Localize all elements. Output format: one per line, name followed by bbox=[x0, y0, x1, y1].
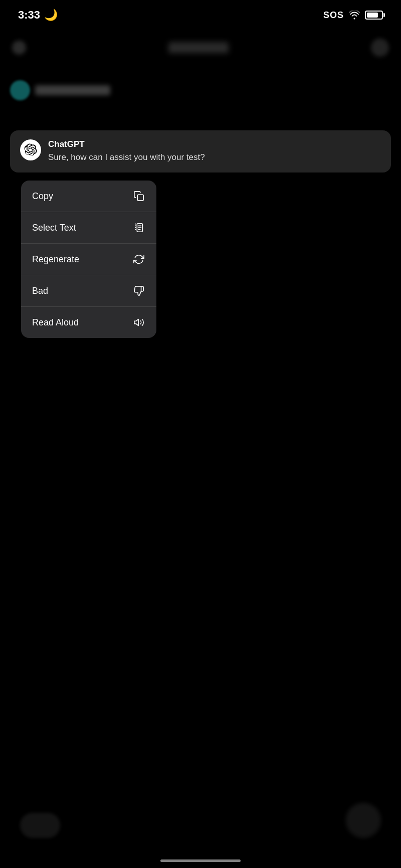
svg-marker-5 bbox=[134, 319, 138, 326]
message-area: ChatGPT Sure, how can I assist you with … bbox=[0, 120, 401, 183]
wifi-icon bbox=[349, 11, 360, 20]
sos-label: SOS bbox=[323, 10, 344, 21]
menu-item-bad[interactable]: Bad bbox=[21, 275, 156, 307]
menu-label-read-aloud: Read Aloud bbox=[32, 317, 79, 328]
bottom-blob-right bbox=[346, 803, 381, 838]
speaker-icon bbox=[132, 316, 145, 329]
menu-item-read-aloud[interactable]: Read Aloud bbox=[21, 307, 156, 338]
menu-item-regenerate[interactable]: Regenerate bbox=[21, 244, 156, 275]
thumbs-down-icon bbox=[132, 284, 145, 297]
context-menu: Copy Select Text Regenerate bbox=[21, 181, 156, 338]
copy-icon bbox=[132, 190, 145, 203]
battery-icon bbox=[365, 11, 383, 20]
avatar-name-blur bbox=[35, 85, 110, 95]
time-display: 3:33 bbox=[18, 9, 40, 22]
moon-icon: 🌙 bbox=[44, 9, 58, 22]
menu-label-bad: Bad bbox=[32, 286, 48, 296]
menu-label-copy: Copy bbox=[32, 191, 53, 202]
nav-back-icon bbox=[12, 41, 26, 55]
status-bar: 3:33 🌙 SOS bbox=[0, 0, 401, 30]
menu-item-select-text[interactable]: Select Text bbox=[21, 212, 156, 244]
message-bubble: ChatGPT Sure, how can I assist you with … bbox=[10, 130, 391, 172]
nav-action-icon bbox=[371, 39, 389, 57]
nav-title-blur bbox=[168, 42, 229, 53]
bottom-blob-left bbox=[20, 813, 60, 838]
user-avatar-area bbox=[10, 80, 110, 100]
battery-fill bbox=[367, 13, 378, 18]
message-content: ChatGPT Sure, how can I assist you with … bbox=[48, 139, 381, 163]
status-time: 3:33 🌙 bbox=[18, 9, 58, 22]
svg-rect-0 bbox=[137, 195, 143, 201]
status-right: SOS bbox=[323, 10, 383, 21]
nav-bar bbox=[0, 30, 401, 65]
menu-label-select-text: Select Text bbox=[32, 223, 76, 233]
avatar-dot bbox=[10, 80, 30, 100]
home-indicator[interactable] bbox=[160, 859, 241, 862]
chatgpt-logo bbox=[20, 139, 41, 160]
regenerate-icon bbox=[132, 253, 145, 266]
select-text-icon bbox=[132, 221, 145, 234]
menu-item-copy[interactable]: Copy bbox=[21, 181, 156, 212]
message-sender: ChatGPT bbox=[48, 139, 381, 149]
message-text: Sure, how can I assist you with your tes… bbox=[48, 151, 381, 163]
menu-label-regenerate: Regenerate bbox=[32, 254, 79, 265]
